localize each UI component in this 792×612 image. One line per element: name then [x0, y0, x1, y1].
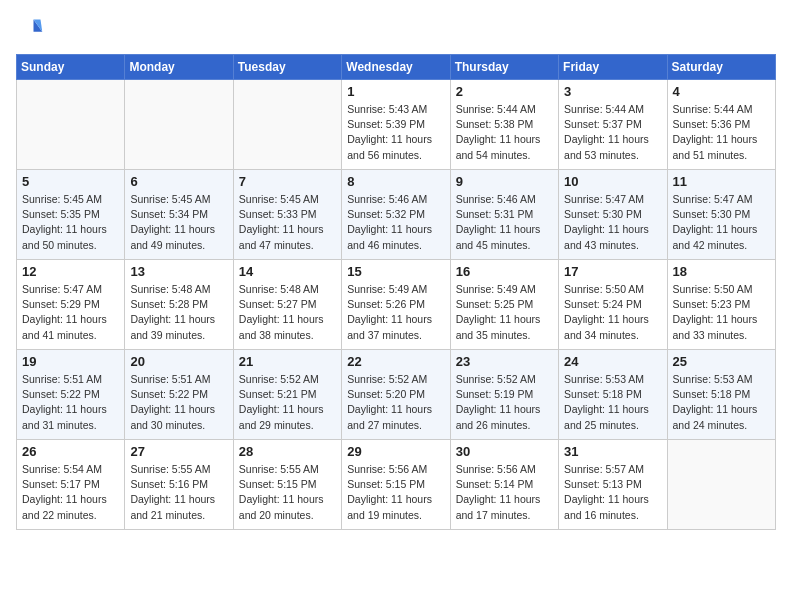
week-row-1: 1Sunrise: 5:43 AMSunset: 5:39 PMDaylight…	[17, 80, 776, 170]
day-cell: 6Sunrise: 5:45 AMSunset: 5:34 PMDaylight…	[125, 170, 233, 260]
day-info: Sunrise: 5:49 AMSunset: 5:26 PMDaylight:…	[347, 282, 444, 343]
weekday-header-row: SundayMondayTuesdayWednesdayThursdayFrid…	[17, 55, 776, 80]
weekday-header-sunday: Sunday	[17, 55, 125, 80]
day-number: 27	[130, 444, 227, 459]
day-number: 21	[239, 354, 336, 369]
day-cell: 26Sunrise: 5:54 AMSunset: 5:17 PMDayligh…	[17, 440, 125, 530]
day-info: Sunrise: 5:47 AMSunset: 5:30 PMDaylight:…	[564, 192, 661, 253]
day-info: Sunrise: 5:56 AMSunset: 5:15 PMDaylight:…	[347, 462, 444, 523]
day-number: 1	[347, 84, 444, 99]
day-cell: 21Sunrise: 5:52 AMSunset: 5:21 PMDayligh…	[233, 350, 341, 440]
day-info: Sunrise: 5:45 AMSunset: 5:35 PMDaylight:…	[22, 192, 119, 253]
day-info: Sunrise: 5:52 AMSunset: 5:19 PMDaylight:…	[456, 372, 553, 433]
day-cell: 8Sunrise: 5:46 AMSunset: 5:32 PMDaylight…	[342, 170, 450, 260]
day-cell	[667, 440, 775, 530]
day-number: 31	[564, 444, 661, 459]
day-number: 14	[239, 264, 336, 279]
day-info: Sunrise: 5:57 AMSunset: 5:13 PMDaylight:…	[564, 462, 661, 523]
day-cell: 20Sunrise: 5:51 AMSunset: 5:22 PMDayligh…	[125, 350, 233, 440]
day-cell: 22Sunrise: 5:52 AMSunset: 5:20 PMDayligh…	[342, 350, 450, 440]
day-info: Sunrise: 5:54 AMSunset: 5:17 PMDaylight:…	[22, 462, 119, 523]
day-number: 17	[564, 264, 661, 279]
day-cell: 4Sunrise: 5:44 AMSunset: 5:36 PMDaylight…	[667, 80, 775, 170]
day-info: Sunrise: 5:43 AMSunset: 5:39 PMDaylight:…	[347, 102, 444, 163]
day-number: 8	[347, 174, 444, 189]
day-number: 30	[456, 444, 553, 459]
weekday-header-friday: Friday	[559, 55, 667, 80]
day-cell: 30Sunrise: 5:56 AMSunset: 5:14 PMDayligh…	[450, 440, 558, 530]
day-cell: 14Sunrise: 5:48 AMSunset: 5:27 PMDayligh…	[233, 260, 341, 350]
day-info: Sunrise: 5:44 AMSunset: 5:38 PMDaylight:…	[456, 102, 553, 163]
day-info: Sunrise: 5:47 AMSunset: 5:30 PMDaylight:…	[673, 192, 770, 253]
day-info: Sunrise: 5:47 AMSunset: 5:29 PMDaylight:…	[22, 282, 119, 343]
day-cell: 25Sunrise: 5:53 AMSunset: 5:18 PMDayligh…	[667, 350, 775, 440]
day-number: 15	[347, 264, 444, 279]
day-number: 25	[673, 354, 770, 369]
page-header	[16, 16, 776, 44]
day-cell: 11Sunrise: 5:47 AMSunset: 5:30 PMDayligh…	[667, 170, 775, 260]
day-cell: 28Sunrise: 5:55 AMSunset: 5:15 PMDayligh…	[233, 440, 341, 530]
week-row-5: 26Sunrise: 5:54 AMSunset: 5:17 PMDayligh…	[17, 440, 776, 530]
weekday-header-thursday: Thursday	[450, 55, 558, 80]
day-number: 9	[456, 174, 553, 189]
day-info: Sunrise: 5:49 AMSunset: 5:25 PMDaylight:…	[456, 282, 553, 343]
day-info: Sunrise: 5:48 AMSunset: 5:28 PMDaylight:…	[130, 282, 227, 343]
day-info: Sunrise: 5:45 AMSunset: 5:33 PMDaylight:…	[239, 192, 336, 253]
day-info: Sunrise: 5:44 AMSunset: 5:36 PMDaylight:…	[673, 102, 770, 163]
day-cell: 2Sunrise: 5:44 AMSunset: 5:38 PMDaylight…	[450, 80, 558, 170]
day-number: 3	[564, 84, 661, 99]
calendar-table: SundayMondayTuesdayWednesdayThursdayFrid…	[16, 54, 776, 530]
day-number: 23	[456, 354, 553, 369]
weekday-header-saturday: Saturday	[667, 55, 775, 80]
calendar-body: 1Sunrise: 5:43 AMSunset: 5:39 PMDaylight…	[17, 80, 776, 530]
day-cell: 17Sunrise: 5:50 AMSunset: 5:24 PMDayligh…	[559, 260, 667, 350]
day-info: Sunrise: 5:50 AMSunset: 5:24 PMDaylight:…	[564, 282, 661, 343]
day-info: Sunrise: 5:51 AMSunset: 5:22 PMDaylight:…	[130, 372, 227, 433]
day-cell: 16Sunrise: 5:49 AMSunset: 5:25 PMDayligh…	[450, 260, 558, 350]
day-cell: 3Sunrise: 5:44 AMSunset: 5:37 PMDaylight…	[559, 80, 667, 170]
logo-icon	[16, 16, 44, 44]
day-number: 6	[130, 174, 227, 189]
day-cell: 19Sunrise: 5:51 AMSunset: 5:22 PMDayligh…	[17, 350, 125, 440]
day-cell: 13Sunrise: 5:48 AMSunset: 5:28 PMDayligh…	[125, 260, 233, 350]
day-info: Sunrise: 5:55 AMSunset: 5:16 PMDaylight:…	[130, 462, 227, 523]
day-cell: 31Sunrise: 5:57 AMSunset: 5:13 PMDayligh…	[559, 440, 667, 530]
day-info: Sunrise: 5:53 AMSunset: 5:18 PMDaylight:…	[673, 372, 770, 433]
day-info: Sunrise: 5:56 AMSunset: 5:14 PMDaylight:…	[456, 462, 553, 523]
day-number: 5	[22, 174, 119, 189]
day-number: 24	[564, 354, 661, 369]
day-info: Sunrise: 5:52 AMSunset: 5:21 PMDaylight:…	[239, 372, 336, 433]
day-number: 16	[456, 264, 553, 279]
day-cell: 10Sunrise: 5:47 AMSunset: 5:30 PMDayligh…	[559, 170, 667, 260]
week-row-4: 19Sunrise: 5:51 AMSunset: 5:22 PMDayligh…	[17, 350, 776, 440]
weekday-header-monday: Monday	[125, 55, 233, 80]
day-number: 20	[130, 354, 227, 369]
day-cell: 7Sunrise: 5:45 AMSunset: 5:33 PMDaylight…	[233, 170, 341, 260]
day-number: 28	[239, 444, 336, 459]
day-number: 26	[22, 444, 119, 459]
day-number: 7	[239, 174, 336, 189]
day-number: 12	[22, 264, 119, 279]
day-cell: 1Sunrise: 5:43 AMSunset: 5:39 PMDaylight…	[342, 80, 450, 170]
day-info: Sunrise: 5:52 AMSunset: 5:20 PMDaylight:…	[347, 372, 444, 433]
day-number: 2	[456, 84, 553, 99]
logo	[16, 16, 48, 44]
day-cell: 23Sunrise: 5:52 AMSunset: 5:19 PMDayligh…	[450, 350, 558, 440]
day-cell: 15Sunrise: 5:49 AMSunset: 5:26 PMDayligh…	[342, 260, 450, 350]
day-info: Sunrise: 5:55 AMSunset: 5:15 PMDaylight:…	[239, 462, 336, 523]
day-info: Sunrise: 5:53 AMSunset: 5:18 PMDaylight:…	[564, 372, 661, 433]
day-cell: 27Sunrise: 5:55 AMSunset: 5:16 PMDayligh…	[125, 440, 233, 530]
day-info: Sunrise: 5:46 AMSunset: 5:32 PMDaylight:…	[347, 192, 444, 253]
day-cell: 9Sunrise: 5:46 AMSunset: 5:31 PMDaylight…	[450, 170, 558, 260]
day-cell: 5Sunrise: 5:45 AMSunset: 5:35 PMDaylight…	[17, 170, 125, 260]
day-number: 4	[673, 84, 770, 99]
day-info: Sunrise: 5:51 AMSunset: 5:22 PMDaylight:…	[22, 372, 119, 433]
day-info: Sunrise: 5:48 AMSunset: 5:27 PMDaylight:…	[239, 282, 336, 343]
weekday-header-tuesday: Tuesday	[233, 55, 341, 80]
day-number: 19	[22, 354, 119, 369]
day-info: Sunrise: 5:50 AMSunset: 5:23 PMDaylight:…	[673, 282, 770, 343]
day-number: 10	[564, 174, 661, 189]
day-info: Sunrise: 5:46 AMSunset: 5:31 PMDaylight:…	[456, 192, 553, 253]
day-number: 18	[673, 264, 770, 279]
day-cell	[17, 80, 125, 170]
